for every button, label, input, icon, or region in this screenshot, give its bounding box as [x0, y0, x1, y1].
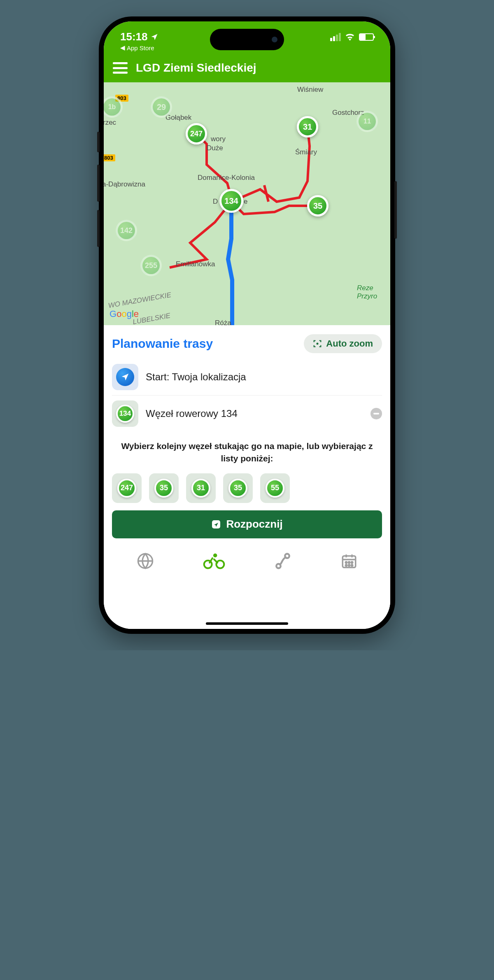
route-panel: Planowanie trasy Auto zoom Start: Twoja … — [104, 325, 390, 629]
map-label: Gołąbek — [165, 114, 191, 122]
start-location-row[interactable]: Start: Twoja lokalizacja — [112, 359, 382, 395]
battery-icon — [359, 33, 374, 41]
road-badge-803: 803 — [104, 154, 115, 161]
node-badge: 35 — [228, 479, 247, 498]
auto-zoom-button[interactable]: Auto zoom — [304, 334, 382, 353]
node-badge: 55 — [266, 479, 284, 498]
suggested-nodes: 247 35 31 35 55 — [112, 473, 382, 503]
svg-point-13 — [345, 565, 347, 566]
map-node-faded[interactable]: 255 — [140, 255, 162, 276]
map-label: Śmiary — [295, 148, 317, 156]
time-value: 15:18 — [120, 30, 148, 43]
map-node-31[interactable]: 31 — [297, 116, 318, 137]
node-badge: 31 — [191, 479, 210, 498]
node-suggestion[interactable]: 247 — [112, 473, 142, 503]
node-badge: 134 — [116, 405, 134, 423]
panel-title: Planowanie trasy — [112, 337, 213, 351]
svg-point-0 — [317, 343, 318, 345]
svg-point-10 — [345, 562, 347, 563]
start-button[interactable]: Rozpocznij — [112, 510, 382, 538]
map-label: D — [213, 198, 218, 206]
navigation-arrow-icon — [211, 519, 221, 529]
node-suggestion[interactable]: 31 — [186, 473, 216, 503]
reserve-line: Reze — [357, 284, 373, 292]
map-label: Emilianówka — [176, 260, 215, 268]
menu-icon[interactable] — [113, 62, 128, 74]
map-label: rzec — [104, 119, 116, 127]
map-label: Róża — [215, 319, 231, 325]
waypoint-label: Węzeł rowerowy 134 — [146, 408, 363, 419]
map-node-35[interactable]: 35 — [307, 195, 329, 216]
map-reserve-label: Reze Przyro — [357, 284, 377, 300]
tab-bike[interactable] — [203, 552, 225, 570]
home-indicator[interactable] — [206, 622, 288, 625]
reserve-line: Przyro — [357, 292, 377, 300]
auto-zoom-label: Auto zoom — [326, 338, 373, 349]
node-badge: 247 — [117, 479, 136, 498]
svg-point-6 — [213, 554, 217, 557]
google-attribution: Google — [110, 309, 139, 319]
status-time: 15:18 — [120, 30, 158, 43]
tab-explore[interactable] — [137, 552, 154, 570]
svg-point-11 — [348, 562, 350, 563]
back-label: App Store — [127, 44, 154, 51]
cellular-signal-icon — [330, 33, 341, 41]
map-label: Domanice-Kolonia — [198, 174, 255, 182]
location-arrow-icon — [150, 33, 158, 41]
waypoint-row[interactable]: 134 Węzeł rowerowy 134 — [112, 395, 382, 432]
tab-routes[interactable] — [274, 552, 291, 570]
map-label: Duże — [207, 144, 223, 152]
navigation-arrow-icon — [121, 372, 130, 382]
chevron-left-icon: ◀ — [120, 44, 125, 51]
map-label: wory — [211, 135, 226, 143]
app-title: LGD Ziemi Siedleckiej — [136, 61, 256, 74]
device-notch — [210, 29, 284, 50]
svg-point-12 — [351, 562, 353, 563]
tab-bar — [112, 544, 382, 585]
node-suggestion[interactable]: 35 — [223, 473, 253, 503]
svg-point-14 — [348, 565, 350, 566]
start-button-label: Rozpocznij — [226, 518, 282, 531]
minus-icon — [373, 413, 379, 414]
map-label: a-Dąbrowizna — [104, 180, 145, 189]
map-node-134[interactable]: 134 — [219, 189, 243, 213]
map-label: Wiśniew — [297, 86, 323, 94]
map-label: e — [244, 198, 247, 206]
start-location-label: Start: Twoja lokalizacja — [146, 371, 382, 383]
map-node-faded[interactable]: 11 — [357, 111, 378, 132]
node-badge: 35 — [154, 479, 173, 498]
hint-text: Wybierz kolejny węzeł stukając go na map… — [112, 438, 382, 468]
focus-icon — [313, 339, 322, 348]
node-icon-container: 134 — [112, 400, 138, 427]
tab-calendar[interactable] — [340, 552, 358, 570]
map-node-faded[interactable]: 142 — [116, 220, 137, 241]
map-view[interactable]: 803 803 Wiśniew Gostchorz Gołąbek rzec w… — [104, 82, 390, 325]
svg-rect-1 — [373, 413, 379, 414]
node-suggestion[interactable]: 35 — [149, 473, 179, 503]
map-node-faded[interactable]: 29 — [151, 96, 172, 118]
back-to-appstore[interactable]: ◀ App Store — [120, 44, 158, 51]
location-icon-container — [112, 364, 138, 390]
wifi-icon — [345, 33, 355, 41]
remove-waypoint-button[interactable] — [370, 408, 382, 419]
node-suggestion[interactable]: 55 — [260, 473, 290, 503]
svg-point-15 — [351, 565, 353, 566]
map-node-247[interactable]: 247 — [186, 123, 207, 144]
app-header: LGD Ziemi Siedleckiej — [104, 54, 390, 82]
